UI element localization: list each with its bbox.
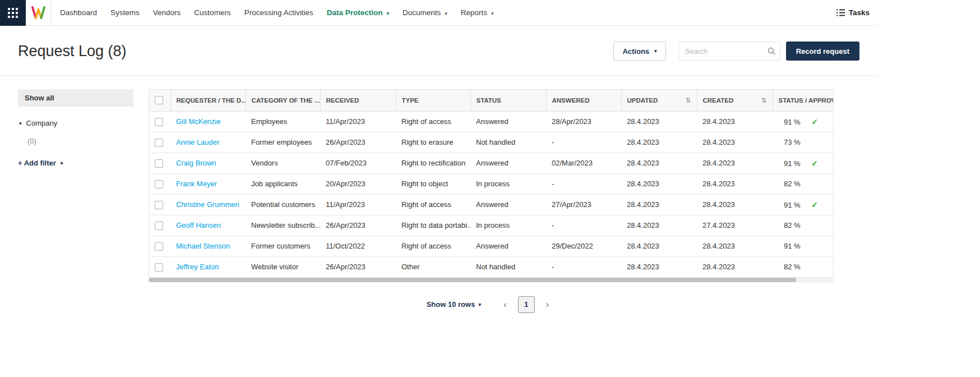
requester-link[interactable]: Annie Lauder	[176, 138, 219, 146]
scrollbar-thumb[interactable]	[149, 278, 796, 282]
sort-icon[interactable]: ⇅	[761, 96, 766, 104]
table-row: Jeffrey Eaton Website visitor 26/Apr/202…	[149, 256, 834, 277]
main-nav: Dashboard ▾ Systems ▾ Vendors ▾ Customer…	[53, 0, 501, 26]
row-checkbox[interactable]	[155, 118, 163, 126]
header-actions: Actions ▾ Record request	[613, 42, 859, 61]
chevron-down-icon: ▾	[478, 302, 481, 307]
table-row: Michael Stenson Former customers 11/Oct/…	[149, 236, 834, 256]
answered-cell: 28/Apr/2023	[546, 111, 621, 132]
brand-logo[interactable]	[26, 0, 51, 26]
created-cell: 28.4.2023	[697, 153, 773, 173]
col-requester: REQUESTER / THE D...	[170, 90, 246, 111]
type-cell: Right to erasure	[396, 132, 470, 153]
requester-cell: Geoff Hansen	[170, 215, 246, 236]
next-page-button[interactable]: ›	[539, 299, 556, 310]
row-checkbox[interactable]	[155, 242, 163, 251]
updated-cell: 28.4.2023	[621, 173, 697, 194]
horizontal-scrollbar[interactable]	[149, 278, 834, 282]
requester-link[interactable]: Christine Grummen	[176, 200, 239, 209]
col-updated[interactable]: UPDATED ⇅	[621, 90, 697, 111]
nav-item-vendors[interactable]: Vendors ▾	[146, 0, 188, 26]
checkbox-cell	[149, 173, 170, 194]
nav-item-customers[interactable]: Customers ▾	[187, 0, 237, 26]
nav-item-label: Customers	[194, 8, 230, 17]
rows-per-page-select[interactable]: Show 10 rows ▾	[427, 300, 481, 309]
category-cell: Employees	[246, 111, 320, 132]
category-cell: Potential customers	[246, 194, 320, 215]
checkbox-cell	[149, 215, 170, 236]
status-cell: Answered	[470, 153, 546, 173]
category-cell: Website visitor	[246, 256, 320, 277]
search-box	[678, 42, 780, 61]
col-approval: STATUS / APPROVAL	[773, 90, 834, 111]
created-cell: 28.4.2023	[697, 132, 773, 153]
add-filter-button[interactable]: + Add filter ▾	[18, 159, 133, 167]
select-all-checkbox[interactable]	[155, 96, 163, 104]
received-cell: 20/Apr/2023	[320, 173, 396, 194]
received-cell: 26/Apr/2023	[320, 132, 396, 153]
row-checkbox[interactable]	[155, 222, 163, 230]
nav-item-dashboard[interactable]: Dashboard ▾	[53, 0, 104, 26]
approval-cell: 73 % ✓	[773, 132, 834, 153]
col-created[interactable]: CREATED ⇅	[697, 90, 773, 111]
filter-sidebar: Show all ▾ Company (0) + Add filter ▾	[18, 89, 133, 167]
filter-group-company[interactable]: ▾ Company	[18, 119, 133, 127]
search-icon[interactable]	[768, 47, 775, 55]
search-input[interactable]	[678, 42, 780, 61]
row-checkbox[interactable]	[155, 180, 163, 188]
row-checkbox[interactable]	[155, 139, 163, 147]
requester-link[interactable]: Frank Meyer	[176, 180, 217, 188]
record-request-button[interactable]: Record request	[786, 42, 859, 61]
col-type: TYPE	[396, 90, 470, 111]
row-checkbox[interactable]	[155, 201, 163, 209]
actions-button-label: Actions	[622, 47, 649, 56]
approval-cell: 91 % ✓	[773, 153, 834, 173]
grid-icon	[8, 8, 18, 18]
nav-item-systems[interactable]: Systems ▾	[104, 0, 146, 26]
nav-item-reports[interactable]: Reports ▾	[454, 0, 501, 26]
category-cell: Former customers	[246, 236, 320, 256]
row-checkbox[interactable]	[155, 263, 163, 272]
approval-cell: 91 % ✓	[773, 194, 834, 215]
sort-icon[interactable]: ⇅	[685, 96, 691, 104]
page-1-button[interactable]: 1	[518, 296, 535, 313]
w-logo-icon	[31, 6, 46, 20]
requester-link[interactable]: Gill McKenzie	[176, 117, 220, 126]
approval-cell: 91 % ✓	[773, 111, 834, 132]
updated-cell: 28.4.2023	[621, 132, 697, 153]
approved-check-icon: ✓	[811, 159, 818, 168]
created-cell: 28.4.2023	[697, 236, 773, 256]
status-cell: In process	[470, 215, 546, 236]
requester-cell: Jeffrey Eaton	[170, 256, 246, 277]
created-cell: 28.4.2023	[697, 111, 773, 132]
app-launcher-button[interactable]	[0, 0, 26, 26]
category-cell: Vendors	[246, 153, 320, 173]
nav-item-documents[interactable]: Documents ▾	[396, 0, 454, 26]
collapse-caret-icon: ▾	[19, 121, 22, 126]
tasks-button[interactable]: Tasks	[836, 8, 870, 17]
table-row: Frank Meyer Job applicants 20/Apr/2023 R…	[149, 173, 834, 194]
requester-link[interactable]: Craig Brown	[176, 159, 216, 167]
nav-item-label: Systems	[110, 8, 140, 17]
prev-page-button[interactable]: ‹	[497, 299, 514, 310]
approval-cell: 82 % ✓	[773, 173, 834, 194]
approval-cell: 82 % ✓	[773, 256, 834, 277]
table-header-row: REQUESTER / THE D... CATEGORY OF THE ...…	[149, 90, 834, 111]
app-window: Dashboard ▾ Systems ▾ Vendors ▾ Customer…	[0, 0, 877, 377]
updated-cell: 28.4.2023	[621, 153, 697, 173]
actions-button[interactable]: Actions ▾	[613, 42, 665, 61]
request-log-table: REQUESTER / THE D... CATEGORY OF THE ...…	[149, 90, 834, 278]
table-row: Gill McKenzie Employees 11/Apr/2023 Righ…	[149, 111, 834, 132]
nav-item-processing-activities[interactable]: Processing Activities ▾	[238, 0, 320, 26]
requester-link[interactable]: Geoff Hansen	[176, 221, 221, 229]
chevron-down-icon: ▾	[61, 160, 63, 166]
requester-link[interactable]: Jeffrey Eaton	[176, 263, 219, 271]
select-all-header	[149, 90, 170, 111]
checkbox-cell	[149, 153, 170, 173]
requester-link[interactable]: Michael Stenson	[176, 242, 230, 250]
category-cell: Newsletter subscrib...	[246, 215, 320, 236]
filter-show-all[interactable]: Show all	[18, 89, 133, 107]
table-row: Geoff Hansen Newsletter subscrib... 26/A…	[149, 215, 834, 236]
row-checkbox[interactable]	[155, 159, 163, 168]
nav-item-data-protection[interactable]: Data Protection ▾	[320, 0, 396, 26]
